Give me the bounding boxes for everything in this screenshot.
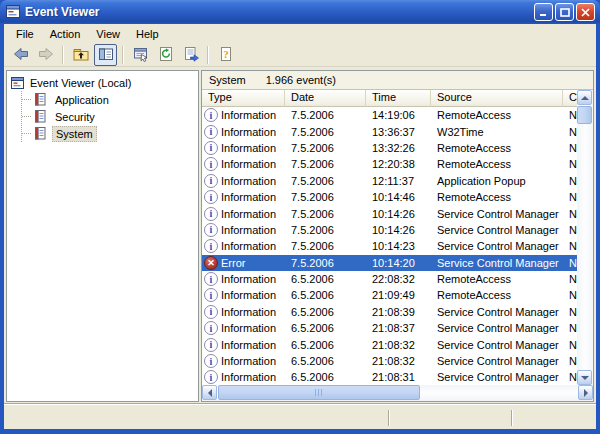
tree-item-system[interactable]: System (22, 125, 198, 142)
titlebar[interactable]: Event Viewer (0, 0, 600, 24)
event-log-icon (32, 91, 52, 109)
information-icon: i (204, 157, 218, 171)
event-list-pane: System 1.966 event(s) TypeDateTimeSource… (201, 70, 594, 402)
maximize-button[interactable] (555, 3, 574, 21)
event-row[interactable]: iInformation7.5.200613:32:26RemoteAccess… (202, 140, 577, 156)
content-area: Event Viewer (Local) ApplicationSecurity… (4, 68, 596, 404)
column-header-type[interactable]: Type (202, 90, 285, 107)
tree-children: ApplicationSecuritySystem (21, 91, 198, 142)
information-icon: i (204, 272, 218, 286)
event-row[interactable]: iInformation7.5.200612:20:38RemoteAccess… (202, 156, 577, 172)
up-one-level-button[interactable] (69, 44, 92, 66)
information-icon: i (204, 354, 218, 368)
event-type-label: Information (221, 109, 276, 121)
event-row[interactable]: iInformation7.5.200614:19:06RemoteAccess… (202, 107, 577, 123)
cell-date: 7.5.2006 (285, 208, 366, 220)
event-row[interactable]: iInformation6.5.200621:08:39Service Cont… (202, 304, 577, 320)
vertical-scroll-thumb[interactable] (577, 106, 592, 124)
menu-file[interactable]: File (8, 26, 42, 42)
tree-item-application[interactable]: Application (22, 91, 198, 108)
information-icon: i (204, 174, 218, 188)
event-row[interactable]: iInformation6.5.200621:09:49RemoteAccess… (202, 287, 577, 303)
cell-type: iInformation (202, 207, 285, 221)
event-type-label: Information (221, 355, 276, 367)
cell-category: No (563, 322, 577, 334)
scroll-down-button[interactable] (577, 370, 592, 385)
cell-source: Service Control Manager (431, 339, 563, 351)
cell-time: 10:14:20 (366, 257, 431, 269)
export-list-icon (183, 46, 199, 64)
column-header-ca[interactable]: Ca (563, 90, 577, 107)
cell-category: No (563, 306, 577, 318)
scroll-right-button[interactable] (578, 385, 593, 400)
event-row[interactable]: iInformation7.5.200610:14:26Service Cont… (202, 205, 577, 221)
event-row[interactable]: iInformation7.5.200612:11:37Application … (202, 173, 577, 189)
cell-date: 6.5.2006 (285, 355, 366, 367)
error-icon: ✕ (204, 256, 218, 270)
back-button[interactable] (9, 44, 32, 66)
event-log-icon (32, 125, 52, 143)
information-icon: i (204, 141, 218, 155)
status-bar (4, 404, 596, 429)
minimize-button[interactable] (534, 3, 553, 21)
cell-time: 13:36:37 (366, 126, 431, 138)
vertical-scrollbar[interactable] (577, 90, 593, 385)
cell-type: iInformation (202, 141, 285, 155)
properties-button[interactable] (129, 44, 152, 66)
event-row[interactable]: iInformation6.5.200622:08:32RemoteAccess… (202, 271, 577, 287)
menu-help[interactable]: Help (128, 26, 167, 42)
cell-source: Service Control Manager (431, 306, 563, 318)
event-row[interactable]: iInformation7.5.200610:14:26Service Cont… (202, 222, 577, 238)
cell-time: 21:08:39 (366, 306, 431, 318)
refresh-button[interactable] (154, 44, 177, 66)
cell-type: iInformation (202, 125, 285, 139)
cell-date: 7.5.2006 (285, 191, 366, 203)
cell-type: iInformation (202, 174, 285, 188)
list-columns-area: TypeDateTimeSourceCa iInformation7.5.200… (202, 90, 577, 385)
column-header-source[interactable]: Source (431, 90, 563, 107)
cell-type: iInformation (202, 239, 285, 253)
event-type-label: Information (221, 142, 276, 154)
cell-type: iInformation (202, 338, 285, 352)
forward-button[interactable] (34, 44, 57, 66)
cell-type: iInformation (202, 288, 285, 302)
menu-action[interactable]: Action (42, 26, 89, 42)
event-viewer-icon (5, 4, 21, 20)
export-list-button[interactable] (179, 44, 202, 66)
information-icon: i (204, 190, 218, 204)
event-row[interactable]: iInformation7.5.200610:14:23Service Cont… (202, 238, 577, 254)
menu-view[interactable]: View (88, 26, 128, 42)
list-body: TypeDateTimeSourceCa iInformation7.5.200… (202, 90, 593, 401)
event-row[interactable]: iInformation6.5.200621:08:37Service Cont… (202, 320, 577, 336)
tree-root-event-viewer-local[interactable]: Event Viewer (Local) (10, 74, 198, 91)
cell-time: 10:14:26 (366, 224, 431, 236)
scroll-up-button[interactable] (577, 90, 592, 105)
status-panel-3 (513, 405, 596, 429)
thumb-grip (315, 389, 323, 396)
tree-item-security[interactable]: Security (22, 108, 198, 125)
cell-date: 7.5.2006 (285, 175, 366, 187)
show-hide-console-tree-button[interactable] (94, 44, 117, 66)
help-button[interactable]: ? (214, 44, 237, 66)
window-body: FileActionViewHelp ? Event Viewer (Local… (4, 24, 596, 429)
cell-date: 7.5.2006 (285, 257, 366, 269)
scroll-left-button[interactable] (202, 385, 217, 400)
event-row[interactable]: ✕Error7.5.200610:14:20Service Control Ma… (202, 255, 577, 271)
close-button[interactable] (576, 3, 595, 21)
event-row[interactable]: iInformation6.5.200621:08:32Service Cont… (202, 353, 577, 369)
cell-source: Service Control Manager (431, 371, 563, 383)
horizontal-scrollbar[interactable] (202, 385, 593, 401)
event-row[interactable]: iInformation7.5.200613:36:37W32TimeNo (202, 123, 577, 139)
column-header-date[interactable]: Date (285, 90, 366, 107)
horizontal-scroll-thumb[interactable] (218, 385, 420, 400)
event-type-label: Information (221, 158, 276, 170)
cell-date: 7.5.2006 (285, 224, 366, 236)
event-row[interactable]: iInformation6.5.200621:08:31Service Cont… (202, 369, 577, 385)
cell-time: 21:08:31 (366, 371, 431, 383)
event-row[interactable]: iInformation7.5.200610:14:46RemoteAccess… (202, 189, 577, 205)
cell-date: 6.5.2006 (285, 339, 366, 351)
column-header-time[interactable]: Time (366, 90, 431, 107)
cell-type: iInformation (202, 108, 285, 122)
event-row[interactable]: iInformation6.5.200621:08:32Service Cont… (202, 336, 577, 352)
event-type-label: Information (221, 273, 276, 285)
